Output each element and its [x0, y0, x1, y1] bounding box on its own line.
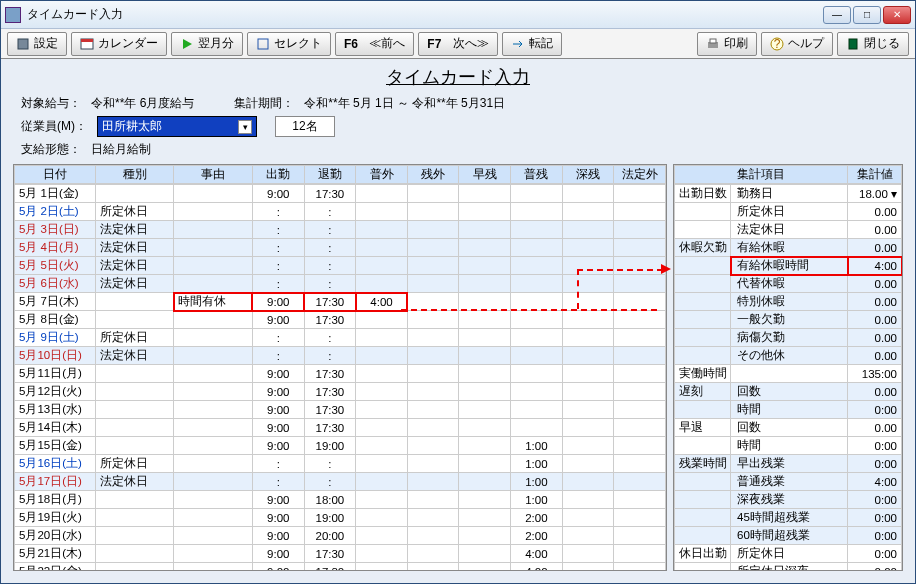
close-window-button[interactable]: ✕	[883, 6, 911, 24]
cell-in[interactable]: 9:00	[252, 437, 304, 455]
cell-ord[interactable]	[356, 185, 408, 203]
cell-ord[interactable]	[356, 257, 408, 275]
maximize-button[interactable]: □	[853, 6, 881, 24]
cell-dp[interactable]	[562, 509, 614, 527]
cell-reason[interactable]	[174, 257, 253, 275]
table-row[interactable]: 5月22日(金)9:0017:304:00	[15, 563, 666, 571]
cell-er[interactable]	[459, 275, 511, 293]
cell-er[interactable]	[459, 365, 511, 383]
cell-date[interactable]: 5月13日(水)	[15, 401, 96, 419]
cell-out[interactable]: 17:30	[304, 293, 356, 311]
cell-out[interactable]: 17:30	[304, 365, 356, 383]
cell-date[interactable]: 5月 7日(木)	[15, 293, 96, 311]
cell-ot[interactable]	[407, 239, 459, 257]
cell-out[interactable]: 19:00	[304, 509, 356, 527]
cell-er[interactable]	[459, 473, 511, 491]
cell-ord[interactable]	[356, 509, 408, 527]
cell-er[interactable]	[459, 257, 511, 275]
cell-type[interactable]	[95, 545, 174, 563]
cell-lg[interactable]	[614, 221, 666, 239]
cell-lg[interactable]	[614, 545, 666, 563]
cell-reason[interactable]	[174, 509, 253, 527]
cell-date[interactable]: 5月 3日(日)	[15, 221, 96, 239]
settings-button[interactable]: 設定	[7, 32, 67, 56]
cell-dp[interactable]	[562, 563, 614, 571]
cell-type[interactable]: 法定休日	[95, 347, 174, 365]
cell-out[interactable]: 18:00	[304, 491, 356, 509]
cell-lg[interactable]	[614, 437, 666, 455]
cell-ot[interactable]	[407, 293, 459, 311]
cell-out[interactable]: 17:30	[304, 545, 356, 563]
cell-out[interactable]: :	[304, 329, 356, 347]
cell-out[interactable]: 17:30	[304, 401, 356, 419]
cell-ot[interactable]	[407, 383, 459, 401]
summary-row[interactable]: 残業時間早出残業0:00	[675, 455, 902, 473]
prev-button[interactable]: F6 ≪前へ	[335, 32, 414, 56]
cell-pr[interactable]	[511, 383, 563, 401]
cell-in[interactable]: :	[252, 239, 304, 257]
cell-er[interactable]	[459, 239, 511, 257]
cell-reason[interactable]	[174, 365, 253, 383]
cell-reason[interactable]	[174, 329, 253, 347]
cell-date[interactable]: 5月17日(日)	[15, 473, 96, 491]
cell-out[interactable]: :	[304, 221, 356, 239]
cell-type[interactable]: 法定休日	[95, 275, 174, 293]
cell-type[interactable]	[95, 365, 174, 383]
cell-reason[interactable]	[174, 239, 253, 257]
table-row[interactable]: 5月 5日(火)法定休日::	[15, 257, 666, 275]
cell-pr[interactable]: 2:00	[511, 509, 563, 527]
cell-date[interactable]: 5月11日(月)	[15, 365, 96, 383]
cell-ord[interactable]	[356, 239, 408, 257]
cell-dp[interactable]	[562, 329, 614, 347]
cell-lg[interactable]	[614, 347, 666, 365]
cell-in[interactable]: :	[252, 275, 304, 293]
cell-pr[interactable]: 1:00	[511, 455, 563, 473]
cell-date[interactable]: 5月 4日(月)	[15, 239, 96, 257]
cell-er[interactable]	[459, 491, 511, 509]
summary-row[interactable]: 出勤日数勤務日18.00 ▾	[675, 185, 902, 203]
cell-pr[interactable]: 1:00	[511, 473, 563, 491]
cell-in[interactable]: :	[252, 455, 304, 473]
cell-lg[interactable]	[614, 311, 666, 329]
cell-out[interactable]: 19:00	[304, 437, 356, 455]
cell-ord[interactable]	[356, 347, 408, 365]
cell-ord[interactable]	[356, 455, 408, 473]
cell-pr[interactable]: 4:00	[511, 545, 563, 563]
cell-ord[interactable]	[356, 329, 408, 347]
calendar-button[interactable]: カレンダー	[71, 32, 167, 56]
cell-out[interactable]: 17:30	[304, 419, 356, 437]
table-row[interactable]: 5月19日(火)9:0019:002:00	[15, 509, 666, 527]
cell-in[interactable]: 9:00	[252, 185, 304, 203]
cell-in[interactable]: :	[252, 329, 304, 347]
summary-row[interactable]: 実働時間135:00	[675, 365, 902, 383]
cell-date[interactable]: 5月21日(木)	[15, 545, 96, 563]
cell-pr[interactable]	[511, 329, 563, 347]
table-row[interactable]: 5月13日(水)9:0017:30	[15, 401, 666, 419]
cell-type[interactable]: 所定休日	[95, 455, 174, 473]
cell-ord[interactable]	[356, 383, 408, 401]
cell-date[interactable]: 5月 9日(土)	[15, 329, 96, 347]
cell-in[interactable]: :	[252, 347, 304, 365]
cell-ord[interactable]	[356, 563, 408, 571]
table-row[interactable]: 5月 6日(水)法定休日::	[15, 275, 666, 293]
table-row[interactable]: 5月 2日(土)所定休日::	[15, 203, 666, 221]
cell-er[interactable]	[459, 383, 511, 401]
cell-reason[interactable]	[174, 203, 253, 221]
cell-lg[interactable]	[614, 329, 666, 347]
table-row[interactable]: 5月 9日(土)所定休日::	[15, 329, 666, 347]
cell-date[interactable]: 5月12日(火)	[15, 383, 96, 401]
cell-dp[interactable]	[562, 545, 614, 563]
cell-type[interactable]: 法定休日	[95, 239, 174, 257]
cell-dp[interactable]	[562, 473, 614, 491]
cell-lg[interactable]	[614, 257, 666, 275]
cell-ord[interactable]	[356, 419, 408, 437]
table-row[interactable]: 5月 3日(日)法定休日::	[15, 221, 666, 239]
cell-out[interactable]: :	[304, 455, 356, 473]
cell-out[interactable]: :	[304, 275, 356, 293]
cell-date[interactable]: 5月16日(土)	[15, 455, 96, 473]
summary-row[interactable]: 特別休暇0.00	[675, 293, 902, 311]
cell-in[interactable]: 9:00	[252, 293, 304, 311]
cell-ord[interactable]	[356, 401, 408, 419]
cell-out[interactable]: 17:30	[304, 563, 356, 571]
cell-in[interactable]: :	[252, 473, 304, 491]
